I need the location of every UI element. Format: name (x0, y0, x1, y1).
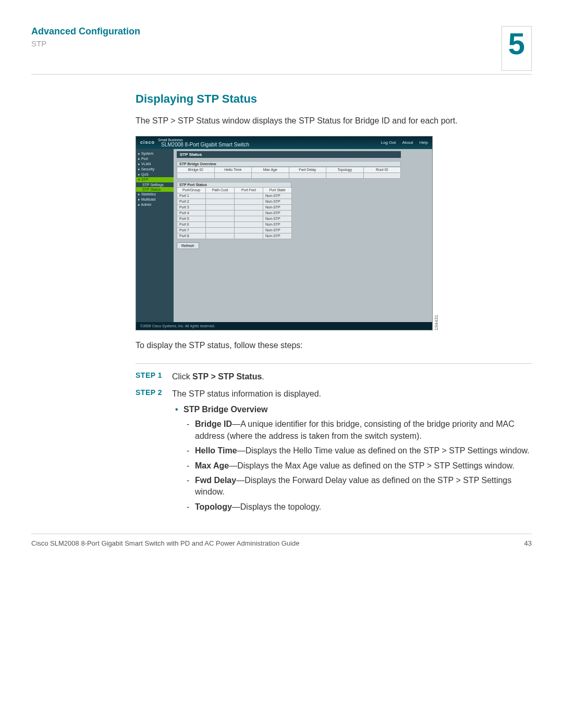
topbar-links: Log Out About Help (376, 140, 428, 145)
col-port-fwd: Port Fwd (235, 187, 263, 193)
content: Displaying STP Status The STP > STP Stat… (136, 92, 532, 516)
page-header: Advanced Configuration STP 5 (31, 26, 532, 71)
port-row: Port 5Non-STP (177, 216, 292, 221)
col-port-state: Port State (263, 187, 292, 193)
port-row: Port 6Non-STP (177, 221, 292, 227)
page-footer: Cisco SLM2008 8-Port Gigabit Smart Switc… (31, 534, 532, 547)
step-1: STEP 1 Click STP > STP Status. (136, 371, 532, 382)
intro-paragraph: The STP > STP Status window displays the… (136, 115, 532, 127)
refresh-button[interactable]: Refresh (177, 242, 199, 249)
bridge-overview-table: Bridge ID Hello Time Max Age Fwd Delay T… (177, 167, 401, 179)
header-rule (31, 74, 532, 75)
col-root-id: Root ID (363, 167, 401, 172)
col-max-age: Max Age (252, 167, 289, 172)
pane-title: STP Status (177, 151, 401, 158)
col-topology: Topology (326, 167, 364, 172)
bullet-hello-time: Hello Time—Displays the Hello Time value… (172, 445, 532, 456)
about-link[interactable]: About (402, 140, 413, 145)
section-title: Displaying STP Status (136, 92, 532, 106)
step1-pre: Click (172, 372, 192, 381)
header-section: Advanced Configuration (31, 26, 501, 37)
logo-text: cisco (140, 140, 155, 145)
brand-small: Small Business (158, 138, 249, 142)
nav-stp-settings[interactable]: STP Settings (136, 182, 174, 187)
step1-post: . (262, 372, 264, 381)
nav-system[interactable]: ▸ System (136, 151, 174, 156)
port-row: Port 3Non-STP (177, 204, 292, 210)
bullet-max-age: Max Age—Displays the Max Age value as de… (172, 460, 532, 472)
nav-statistics[interactable]: ▸ Statistics (136, 192, 174, 197)
switch-topbar: cisco Small Business SLM2008 8-Port Giga… (136, 137, 432, 149)
col-hello-time: Hello Time (214, 167, 252, 172)
nav-port[interactable]: ▸ Port (136, 156, 174, 162)
port-row: Port 4Non-STP (177, 210, 292, 216)
nav-stp-status[interactable]: STP Status (136, 187, 174, 192)
bullet-fwd-delay: Fwd Delay—Displays the Forward Delay val… (172, 475, 532, 498)
figure-id: 194431 (434, 315, 439, 330)
footer-title: Cisco SLM2008 8-Port Gigabit Smart Switc… (31, 539, 299, 547)
port-row: Port 7Non-STP (177, 227, 292, 233)
chapter-number: 5 (508, 29, 525, 59)
step-label: STEP (136, 371, 155, 379)
col-path-cost: Path Cost (206, 187, 235, 193)
switch-nav: ▸ System ▸ Port ▸ VLAN ▸ Security ▸ QoS … (136, 149, 174, 322)
header-subsection: STP (31, 39, 501, 48)
bridge-overview-header: STP Bridge Overview (177, 161, 401, 167)
page-number: 43 (524, 539, 532, 547)
switch-footer: ©2009 Cisco Systems, Inc. All rights res… (136, 322, 432, 330)
step-2: STEP 2 The STP status information is dis… (136, 388, 532, 516)
nav-admin[interactable]: ▸ Admin (136, 202, 174, 207)
port-row: Port 8Non-STP (177, 233, 292, 239)
nav-security[interactable]: ▸ Security (136, 167, 174, 172)
col-port-group: Port/Group (177, 187, 206, 193)
col-fwd-delay: Fwd Delay (289, 167, 326, 172)
nav-multicast[interactable]: ▸ Multicast (136, 197, 174, 202)
switch-screenshot: 194431 cisco Small Business SLM2008 8-Po… (136, 136, 433, 330)
bridge-row (177, 172, 401, 178)
nav-qos[interactable]: ▸ QoS (136, 172, 174, 177)
logout-link[interactable]: Log Out (381, 140, 396, 145)
port-status-table: Port/Group Path Cost Port Fwd Port State… (177, 187, 292, 239)
nav-vlan[interactable]: ▸ VLAN (136, 162, 174, 167)
lead-out: To display the STP status, follow these … (136, 340, 532, 351)
step2-text: The STP status information is displayed. (172, 389, 321, 398)
step-label: STEP (136, 388, 155, 397)
bullet-topology: Topology—Displays the topology. (172, 501, 532, 513)
nav-stp[interactable]: ▾ STP (136, 177, 174, 182)
switch-main: STP Status STP Bridge Overview Bridge ID… (174, 149, 432, 322)
device-title: SLM2008 8-Port Gigabit Smart Switch (161, 142, 249, 147)
chapter-box: 5 (501, 26, 532, 71)
col-bridge-id: Bridge ID (177, 167, 215, 172)
bullet-bridge-id: Bridge ID—A unique identifier for this b… (172, 418, 532, 442)
bullet-stp-bridge-overview: STP Bridge Overview (172, 404, 532, 415)
steps: STEP 1 Click STP > STP Status. STEP 2 Th… (136, 371, 532, 516)
steps-rule (136, 363, 532, 364)
port-row: Port 2Non-STP (177, 199, 292, 204)
step1-bold: STP > STP Status (192, 372, 262, 381)
port-row: Port 1Non-STP (177, 193, 292, 199)
help-link[interactable]: Help (420, 140, 428, 145)
page: Advanced Configuration STP 5 Displaying … (0, 0, 563, 563)
